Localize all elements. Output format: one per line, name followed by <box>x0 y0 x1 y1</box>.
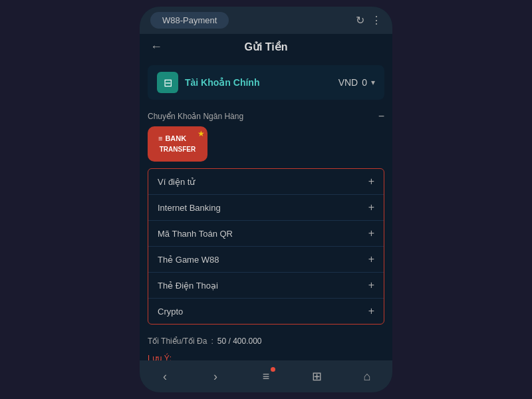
bank-card-label: TRANSFER <box>158 145 197 154</box>
header: ← Gửi Tiền <box>140 34 392 60</box>
option-the-game-w88[interactable]: Thẻ Game W88 + <box>148 247 384 273</box>
bank-section-label: Chuyển Khoản Ngân Hàng <box>148 112 243 121</box>
option-label-crypto: Crypto <box>158 307 183 317</box>
minmax-value: 50 / 400.000 <box>217 336 262 346</box>
option-label-vi-dien-tu: Ví điện tử <box>158 177 195 187</box>
bank-section-header: Chuyển Khoản Ngân Hàng − <box>148 105 384 126</box>
nav-menu-icon: ≡ <box>263 370 270 384</box>
note-label: Lưu Ý: <box>148 351 384 360</box>
currency-label: VND <box>338 77 358 88</box>
option-internet-banking[interactable]: Internet Banking + <box>148 195 384 221</box>
option-crypto[interactable]: Crypto + <box>148 299 384 324</box>
nav-menu[interactable]: ≡ <box>253 366 279 387</box>
account-name: Tài Khoản Chính <box>185 77 259 88</box>
account-balance: VND 0 ▾ <box>338 77 375 88</box>
star-icon: ★ <box>198 129 205 138</box>
content-area: Chuyển Khoản Ngân Hàng − ★ ≡ BANK TRANSF… <box>140 105 392 360</box>
option-the-dien-thoai[interactable]: Thẻ Điện Thoại + <box>148 273 384 299</box>
option-label-ma-thanh-toan-qr: Mã Thanh Toán QR <box>158 229 233 239</box>
options-box: Ví điện tử + Internet Banking + Mã Thanh… <box>148 168 384 325</box>
nav-forward-icon: › <box>213 370 217 384</box>
minmax-row: Tối Thiểu/Tối Đa : 50 / 400.000 <box>148 331 384 351</box>
minmax-label: Tối Thiểu/Tối Đa <box>148 336 207 346</box>
wallet-icon: ⊟ <box>157 72 178 93</box>
nav-grid[interactable]: ⊞ <box>303 366 330 387</box>
minmax-separator: : <box>211 336 213 346</box>
nav-back[interactable]: ‹ <box>152 366 178 387</box>
balance-value: 0 <box>362 77 367 88</box>
account-left: ⊟ Tài Khoản Chính <box>157 72 259 93</box>
option-label-internet-banking: Internet Banking <box>158 203 221 213</box>
nav-forward[interactable]: › <box>202 366 229 387</box>
option-expand-the-dien-thoai[interactable]: + <box>368 279 374 291</box>
nav-menu-dot <box>271 367 275 372</box>
nav-grid-icon: ⊞ <box>312 369 322 384</box>
refresh-icon[interactable]: ↻ <box>356 14 364 27</box>
top-bar-title: W88-Payment <box>150 12 229 29</box>
more-icon[interactable]: ⋮ <box>371 14 382 27</box>
option-expand-ma-thanh-toan-qr[interactable]: + <box>368 227 374 239</box>
nav-home-icon: ⌂ <box>364 370 371 384</box>
option-vi-dien-tu[interactable]: Ví điện tử + <box>148 169 384 195</box>
option-expand-vi-dien-tu[interactable]: + <box>368 176 374 188</box>
phone-frame: W88-Payment ↻ ⋮ ← Gửi Tiền ⊟ Tài Khoản C… <box>140 7 392 392</box>
option-ma-thanh-toan-qr[interactable]: Mã Thanh Toán QR + <box>148 221 384 247</box>
page-title: Gửi Tiền <box>244 41 287 53</box>
option-label-the-dien-thoai: Thẻ Điện Thoại <box>158 281 218 291</box>
bank-row: ≡ BANK <box>158 134 197 142</box>
option-expand-the-game-w88[interactable]: + <box>368 253 374 265</box>
back-button[interactable]: ← <box>150 40 162 54</box>
option-label-the-game-w88: Thẻ Game W88 <box>158 255 219 265</box>
top-bar-icons: ↻ ⋮ <box>356 14 382 27</box>
bank-transfer-card[interactable]: ★ ≡ BANK TRANSFER <box>148 126 207 162</box>
account-row[interactable]: ⊟ Tài Khoản Chính VND 0 ▾ <box>148 65 384 100</box>
option-expand-crypto[interactable]: + <box>368 305 374 317</box>
chevron-down-icon: ▾ <box>371 78 375 87</box>
bank-icon: ≡ <box>158 134 162 142</box>
bottom-nav: ‹ › ≡ ⊞ ⌂ <box>140 360 392 392</box>
top-bar: W88-Payment ↻ ⋮ <box>140 7 392 34</box>
bank-text: BANK <box>165 134 186 142</box>
nav-home[interactable]: ⌂ <box>354 366 380 387</box>
nav-back-icon: ‹ <box>163 370 167 384</box>
option-expand-internet-banking[interactable]: + <box>368 201 374 213</box>
bank-section-collapse[interactable]: − <box>378 110 384 122</box>
